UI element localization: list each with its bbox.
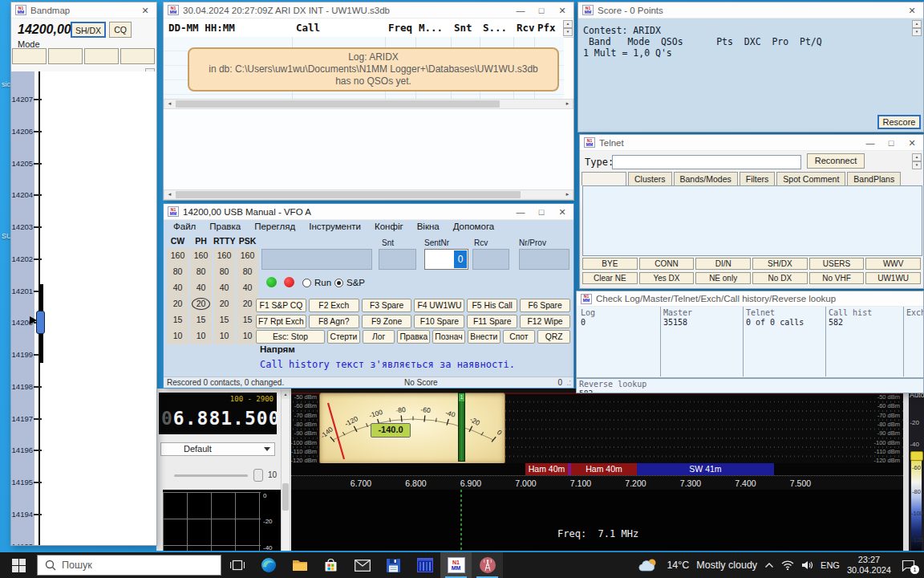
telnet-tab[interactable]: Filters	[740, 172, 776, 185]
bandmap-mode-box[interactable]	[120, 48, 155, 64]
weather-description[interactable]: Mostly cloudy	[696, 560, 757, 571]
scroll-left-icon[interactable]: ◄	[164, 100, 175, 108]
band-button-cw-10[interactable]: 10	[167, 329, 188, 342]
menu-item[interactable]: Правка	[209, 222, 241, 231]
action-button[interactable]: Спот	[503, 330, 536, 344]
menu-item[interactable]: Вікна	[417, 222, 440, 231]
edge-browser-button[interactable]	[253, 552, 284, 578]
file-explorer-button[interactable]	[284, 552, 315, 578]
maximize-icon[interactable]: □	[531, 3, 552, 18]
check-titlebar[interactable]: N1MM Check Log/Master/Telnet/Exch/Call h…	[577, 291, 923, 307]
maximize-icon[interactable]: □	[531, 205, 552, 219]
action-button[interactable]: Внести	[468, 330, 500, 344]
band-button-ph-15[interactable]: 15	[190, 313, 212, 326]
store-button[interactable]	[315, 552, 346, 578]
spin-up-icon[interactable]: ▲	[563, 20, 573, 28]
band-button-rtty-15[interactable]: 15	[213, 313, 235, 326]
run-radio[interactable]: Run	[302, 278, 331, 287]
function-key-button[interactable]: F6 Spare	[520, 299, 570, 312]
log-column-header[interactable]: Freq	[388, 22, 412, 34]
tuning-marker[interactable]: 1	[458, 393, 465, 462]
close-icon[interactable]: ✕	[552, 205, 573, 219]
start-button[interactable]	[0, 552, 37, 578]
spin-down-icon[interactable]: ▼	[912, 161, 922, 169]
log-column-header[interactable]: M...	[419, 22, 443, 34]
bandmap-mode-box[interactable]	[48, 48, 83, 64]
telnet-button[interactable]: UW1WU	[865, 272, 921, 284]
function-key-button[interactable]: F8 Agn?	[309, 315, 359, 328]
task-view-button[interactable]	[221, 552, 253, 578]
sentnr-field[interactable]: 0	[424, 249, 468, 270]
sdr-right-scrollbar[interactable]	[903, 389, 909, 551]
action-button[interactable]: Esc: Stop	[256, 330, 325, 344]
band-button-cw-40[interactable]: 40	[167, 281, 188, 294]
log-hscrollbar[interactable]: ◄ ►	[164, 99, 573, 109]
log-column-header[interactable]: Rcv	[517, 22, 535, 34]
close-icon[interactable]: ✕	[135, 3, 156, 18]
save-app-button[interactable]	[378, 552, 409, 578]
spectrum-app-button[interactable]	[409, 552, 440, 578]
function-key-button[interactable]: F5 His Call	[467, 299, 517, 312]
band-button-rtty-80[interactable]: 80	[213, 265, 235, 278]
telnet-type-input[interactable]	[612, 155, 801, 169]
log-column-header[interactable]: Pfx	[537, 22, 556, 34]
band-button-cw-20[interactable]: 20	[167, 297, 188, 310]
band-button-cw-80[interactable]: 80	[167, 265, 188, 278]
telnet-button[interactable]: DI/N	[695, 258, 751, 270]
sdr-profile-dropdown[interactable]: Default	[160, 442, 275, 456]
function-key-button[interactable]: F4 UW1WU	[414, 299, 464, 312]
function-key-button[interactable]: F1 S&P CQ	[256, 299, 306, 312]
menu-item[interactable]: Допомога	[453, 222, 495, 231]
band-button-rtty-10[interactable]: 10	[213, 329, 235, 342]
bandmap-mode-box[interactable]	[12, 48, 47, 64]
close-icon[interactable]: ✕	[902, 136, 922, 150]
menu-item[interactable]: Перегляд	[254, 222, 295, 231]
telnet-tab[interactable]: Clusters	[628, 172, 672, 185]
nrprov-field[interactable]	[519, 249, 569, 270]
telnet-tab[interactable]: BandPlans	[847, 172, 901, 185]
sdr-left-scrollbar[interactable]: ▲	[281, 390, 290, 551]
resize-grip-icon[interactable]: .:	[566, 378, 571, 387]
log-spinner[interactable]: ▲ ▼	[563, 20, 573, 36]
bandmap-mode-box[interactable]	[84, 48, 119, 64]
band-button-psk-40[interactable]: 40	[237, 281, 258, 294]
band-button-psk-20[interactable]: 20	[237, 297, 258, 310]
sdr-volume-slider-track[interactable]	[174, 474, 248, 477]
band-button-psk-160[interactable]: 160	[237, 249, 258, 262]
function-key-button[interactable]: F3 Spare	[362, 299, 412, 312]
close-icon[interactable]: ✕	[902, 3, 922, 18]
sdr-volume-slider-thumb[interactable]	[253, 469, 263, 482]
action-button[interactable]: Правка	[397, 330, 430, 344]
telnet-button[interactable]: CONN	[639, 258, 695, 270]
band-button-ph-40[interactable]: 40	[190, 281, 212, 294]
telnet-tab[interactable]: Bands/Modes	[674, 172, 738, 185]
telnet-button[interactable]: No DX	[752, 272, 808, 284]
telnet-button[interactable]: USERS	[809, 258, 865, 270]
n1mm-taskbar-button[interactable]: N1MM	[440, 552, 472, 578]
color-scale-handle[interactable]	[910, 451, 923, 461]
snt-field[interactable]	[379, 249, 416, 270]
minimize-icon[interactable]: —	[510, 205, 531, 219]
waterfall[interactable]: Freq: 7.1 MHz	[291, 490, 903, 551]
rescore-button[interactable]: Rescore	[877, 115, 921, 129]
telnet-button[interactable]: Yes DX	[639, 272, 695, 284]
scrollbar-thumb[interactable]	[176, 100, 500, 108]
band-button-ph-20[interactable]: 20	[190, 297, 212, 310]
menu-item[interactable]: Файл	[173, 222, 196, 231]
close-icon[interactable]: ✕	[552, 3, 573, 18]
function-key-button[interactable]: F2 Exch	[309, 299, 359, 312]
band-button-ph-160[interactable]: 160	[190, 249, 212, 262]
language-indicator[interactable]: ENG	[821, 560, 840, 570]
action-button[interactable]: Лог	[363, 330, 395, 344]
action-button[interactable]: Стерти	[327, 330, 360, 344]
telnet-tab[interactable]: Spot Comment	[776, 172, 845, 185]
tab-blank[interactable]	[582, 172, 626, 185]
function-key-button[interactable]: F9 Zone	[362, 315, 412, 328]
band-button-psk-80[interactable]: 80	[237, 265, 258, 278]
sp-radio[interactable]: S&P	[334, 278, 365, 287]
band-button-cw-15[interactable]: 15	[167, 313, 188, 326]
minimize-icon[interactable]: —	[860, 136, 881, 150]
score-titlebar[interactable]: N1MM Score - 0 Points	[578, 2, 923, 18]
telnet-button[interactable]: No VHF	[809, 272, 865, 284]
band-button-ph-80[interactable]: 80	[190, 265, 212, 278]
